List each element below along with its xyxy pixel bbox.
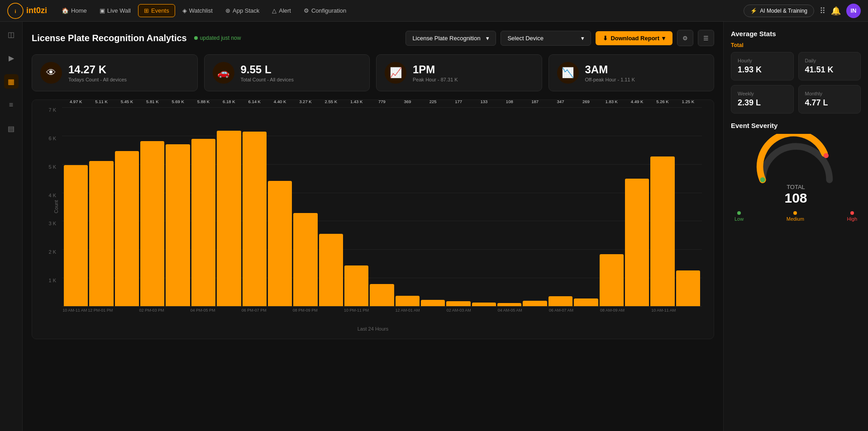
nav-appstack[interactable]: ⊛ App Stack — [220, 5, 265, 17]
grid-dots-icon[interactable]: ⠿ — [820, 6, 825, 16]
bar-wrap-17[interactable]: 108 — [497, 107, 521, 306]
bar-9[interactable] — [293, 213, 317, 306]
filter-icon-button[interactable]: ⚙ — [677, 30, 693, 46]
sidebar-item-play[interactable]: ▶ — [4, 51, 19, 65]
bar-24[interactable] — [676, 270, 700, 306]
sidebar-item-chart[interactable]: ▦ — [4, 74, 19, 89]
stats-grid: Hourly 1.93 K Daily 41.51 K Weekly 2.39 … — [731, 52, 861, 114]
top-navigation: i int0zi 🏠 Home ▣ Live Wall ⊞ Events ◈ W… — [0, 0, 868, 22]
download-btn-label: Download Report — [610, 35, 659, 42]
notification-bell-icon[interactable]: 🔔 — [831, 6, 841, 16]
bar-10[interactable] — [319, 234, 343, 306]
nav-events[interactable]: ⊞ Events — [138, 4, 175, 17]
bar-2[interactable] — [115, 151, 139, 306]
bar-23[interactable] — [650, 156, 674, 306]
bar-13[interactable] — [396, 296, 420, 306]
x-tick-20 — [574, 306, 600, 324]
bar-label-10: 2.55 K — [325, 99, 337, 104]
bar-wrap-8[interactable]: 4.40 K — [268, 107, 292, 306]
bar-20[interactable] — [574, 298, 598, 306]
gauge-total-label: TOTAL — [784, 184, 807, 190]
bar-wrap-19[interactable]: 347 — [548, 107, 572, 306]
severity-title: Event Severity — [731, 122, 861, 129]
bar-wrap-12[interactable]: 779 — [370, 107, 394, 306]
x-tick-16 — [472, 306, 497, 324]
bar-wrap-9[interactable]: 3.27 K — [293, 107, 317, 306]
bar-label-16: 133 — [480, 99, 487, 104]
sidebar-item-dashboard[interactable]: ◫ — [4, 27, 19, 42]
bar-wrap-21[interactable]: 1.83 K — [600, 107, 624, 306]
bar-wrap-10[interactable]: 2.55 K — [319, 107, 343, 306]
x-tick-4 — [164, 306, 190, 324]
nav-watchlist[interactable]: ◈ Watchlist — [177, 5, 218, 17]
bar-22[interactable] — [625, 179, 649, 306]
sidebar-item-table[interactable]: ▤ — [4, 121, 19, 136]
bar-16[interactable] — [472, 303, 496, 306]
bar-17[interactable] — [497, 303, 521, 306]
bar-wrap-18[interactable]: 187 — [523, 107, 547, 306]
bar-6[interactable] — [217, 131, 241, 306]
bar-wrap-15[interactable]: 177 — [446, 107, 470, 306]
bar-wrap-16[interactable]: 133 — [472, 107, 496, 306]
x-tick-17: 04 AM-05 AM — [497, 306, 523, 324]
legend-label-1: Medium — [787, 216, 804, 222]
bar-12[interactable] — [370, 284, 394, 306]
bar-wrap-23[interactable]: 5.26 K — [650, 107, 674, 306]
bar-wrap-24[interactable]: 1.25 K — [676, 107, 700, 306]
logo[interactable]: i int0zi — [7, 3, 47, 19]
hamburger-icon: ☰ — [703, 35, 709, 42]
bar-21[interactable] — [600, 254, 624, 306]
bar-wrap-14[interactable]: 225 — [421, 107, 445, 306]
bar-wrap-5[interactable]: 5.88 K — [191, 107, 215, 306]
bar-label-12: 779 — [378, 99, 386, 104]
bar-label-8: 4.40 K — [274, 99, 286, 104]
avatar[interactable]: IN — [846, 4, 861, 18]
nav-configuration[interactable]: ⚙ Configuration — [298, 5, 352, 17]
ai-model-button[interactable]: ⚡ AI Model & Training — [744, 5, 814, 17]
bar-wrap-0[interactable]: 4.97 K — [64, 107, 88, 306]
analytics-dropdown[interactable]: License Plate Recognition ▾ — [405, 31, 496, 46]
nav-livewall[interactable]: ▣ Live Wall — [94, 5, 136, 17]
bar-wrap-3[interactable]: 5.81 K — [140, 107, 164, 306]
table-icon: ▤ — [8, 124, 14, 133]
device-dropdown[interactable]: Select Device ▾ — [501, 31, 591, 46]
bar-wrap-7[interactable]: 6.14 K — [243, 107, 267, 306]
y-axis-title: Count — [53, 200, 59, 213]
bar-0[interactable] — [64, 165, 88, 306]
bar-1[interactable] — [89, 161, 113, 306]
nav-home[interactable]: 🏠 Home — [56, 5, 92, 17]
x-tick-21: 08 AM-09 AM — [600, 306, 625, 324]
bar-4[interactable] — [166, 144, 190, 306]
bar-wrap-2[interactable]: 5.45 K — [115, 107, 139, 306]
chart-icon: ▦ — [8, 77, 14, 86]
download-report-button[interactable]: ⬇ Download Report ▾ — [596, 31, 672, 45]
bar-wrap-1[interactable]: 5.11 K — [89, 107, 113, 306]
stat-info-0: 14.27 K Todays Count - All devices — [68, 63, 127, 82]
bar-18[interactable] — [523, 301, 547, 306]
sidebar-item-list[interactable]: ≡ — [4, 98, 19, 112]
bar-7[interactable] — [243, 132, 267, 306]
bar-19[interactable] — [548, 296, 572, 306]
bar-8[interactable] — [268, 181, 292, 306]
bar-wrap-22[interactable]: 4.49 K — [625, 107, 649, 306]
nav-livewall-label: Live Wall — [107, 7, 131, 14]
legend-label-0: Low — [734, 216, 744, 222]
bar-wrap-20[interactable]: 269 — [574, 107, 598, 306]
stats-box-0: Hourly 1.93 K — [731, 52, 794, 81]
bar-3[interactable] — [140, 141, 164, 306]
status-dot — [194, 36, 198, 40]
nav-home-label: Home — [71, 7, 87, 14]
bar-wrap-13[interactable]: 369 — [396, 107, 420, 306]
bar-label-11: 1.43 K — [350, 99, 362, 104]
bar-15[interactable] — [446, 301, 470, 306]
menu-icon-button[interactable]: ☰ — [698, 30, 714, 46]
bar-14[interactable] — [421, 300, 445, 306]
bar-wrap-6[interactable]: 6.18 K — [217, 107, 241, 306]
svg-text:i: i — [14, 9, 16, 14]
bar-wrap-11[interactable]: 1.43 K — [344, 107, 368, 306]
bar-5[interactable] — [191, 139, 215, 306]
stats-box-label-1: Daily — [805, 58, 854, 63]
nav-alert[interactable]: △ Alert — [267, 5, 296, 17]
bar-11[interactable] — [344, 265, 368, 306]
bar-wrap-4[interactable]: 5.69 K — [166, 107, 190, 306]
